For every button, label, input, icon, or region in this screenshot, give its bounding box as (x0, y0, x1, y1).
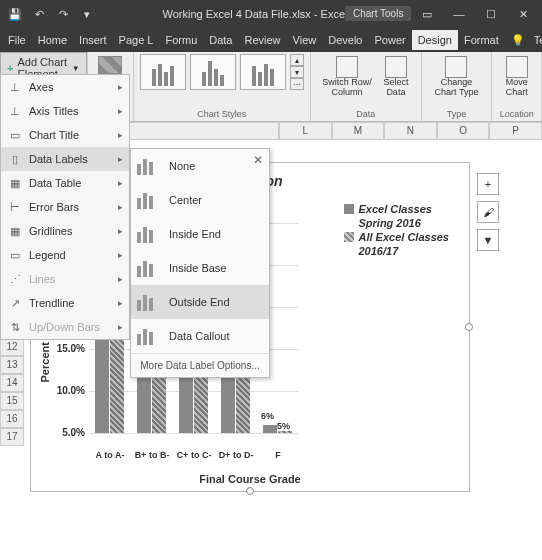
chart-elements-plus-icon[interactable]: + (477, 173, 499, 195)
legend-swatch-2 (344, 232, 354, 242)
tab-formulas[interactable]: Formu (159, 30, 203, 50)
col-header[interactable]: L (279, 122, 332, 140)
data-labels-submenu: ✕ None Center Inside End Inside Base Out… (130, 148, 270, 378)
row-header[interactable]: 14 (0, 374, 24, 392)
chevron-down-icon: ▼ (72, 64, 80, 73)
tab-power[interactable]: Power (368, 30, 411, 50)
tab-page-layout[interactable]: Page L (113, 30, 160, 50)
chart-style-thumb[interactable] (240, 54, 286, 90)
plus-icon: + (7, 62, 13, 74)
chart-style-thumb[interactable] (190, 54, 236, 90)
redo-icon[interactable]: ↷ (52, 3, 74, 25)
chart-styles-gallery[interactable]: ▴ ▾ ⋯ (140, 54, 304, 90)
y-tick-label: 5.0% (49, 427, 85, 438)
menu-axis-titles[interactable]: ⊥Axis Titles▸ (1, 99, 129, 123)
minimize-icon[interactable]: — (444, 3, 474, 25)
undo-icon[interactable]: ↶ (28, 3, 50, 25)
more-data-label-options[interactable]: More Data Label Options... (131, 353, 269, 377)
menu-axes[interactable]: ⊥Axes▸ (1, 75, 129, 99)
menu-data-table[interactable]: ▦Data Table▸ (1, 171, 129, 195)
switch-row-column-button[interactable]: Switch Row/ Column (317, 54, 377, 100)
type-group-label: Type (428, 109, 486, 119)
row-header[interactable]: 13 (0, 356, 24, 374)
axis-titles-icon: ⊥ (7, 103, 23, 119)
error-bars-icon: ⊢ (7, 199, 23, 215)
col-header[interactable]: M (332, 122, 385, 140)
row-header[interactable]: 15 (0, 392, 24, 410)
ribbon-options-icon[interactable]: ▭ (412, 3, 442, 25)
x-axis-title[interactable]: Final Course Grade (31, 473, 469, 485)
col-header[interactable]: P (489, 122, 542, 140)
move-chart-button[interactable]: Move Chart (498, 54, 535, 100)
bar[interactable] (278, 431, 292, 433)
axes-icon: ⊥ (7, 79, 23, 95)
gallery-up-icon[interactable]: ▴ (290, 54, 304, 66)
gallery-down-icon[interactable]: ▾ (290, 66, 304, 78)
location-group-label: Location (498, 109, 535, 119)
menu-gridlines[interactable]: ▦Gridlines▸ (1, 219, 129, 243)
gridlines-icon: ▦ (7, 223, 23, 239)
chart-filter-icon[interactable]: ▼ (477, 229, 499, 251)
legend-icon: ▭ (7, 247, 23, 263)
tab-home[interactable]: Home (32, 30, 73, 50)
data-label[interactable]: 5% (277, 421, 290, 431)
bar[interactable] (221, 374, 235, 433)
tab-review[interactable]: Review (239, 30, 287, 50)
data-label[interactable]: 6% (261, 411, 274, 421)
tab-insert[interactable]: Insert (73, 30, 113, 50)
y-tick-label: 10.0% (49, 385, 85, 396)
menu-chart-title[interactable]: ▭Chart Title▸ (1, 123, 129, 147)
submenu-close-icon[interactable]: ✕ (253, 153, 263, 167)
maximize-icon[interactable]: ☐ (476, 3, 506, 25)
menu-error-bars[interactable]: ⊢Error Bars▸ (1, 195, 129, 219)
data-labels-inside-base[interactable]: Inside Base (131, 251, 269, 285)
data-labels-outside-end[interactable]: Outside End (131, 285, 269, 319)
col-header[interactable]: N (384, 122, 437, 140)
resize-handle[interactable] (465, 323, 473, 331)
chart-legend[interactable]: Excel Classes Spring 2016 All Excel Clas… (344, 203, 449, 259)
x-category-label: B+ to B- (133, 451, 171, 461)
menu-lines: ⋰Lines▸ (1, 267, 129, 291)
select-data-button[interactable]: Select Data (377, 54, 414, 100)
col-header[interactable]: O (437, 122, 490, 140)
tab-design[interactable]: Design (412, 30, 458, 50)
change-chart-type-button[interactable]: Change Chart Type (428, 54, 486, 100)
tab-format[interactable]: Format (458, 30, 505, 50)
chart-styles-brush-icon[interactable]: 🖌 (477, 201, 499, 223)
data-labels-center[interactable]: Center (131, 183, 269, 217)
chart-styles-label: Chart Styles (140, 109, 304, 119)
row-header[interactable]: 17 (0, 428, 24, 446)
bar[interactable] (263, 425, 277, 433)
tab-data[interactable]: Data (203, 30, 238, 50)
data-labels-data-callout[interactable]: Data Callout (131, 319, 269, 353)
row-header[interactable]: 12 (0, 338, 24, 356)
colors-icon (98, 56, 122, 74)
chart-tools-contextual-tab: Chart Tools (345, 6, 411, 21)
updown-bars-icon: ⇅ (7, 319, 23, 335)
menu-data-labels[interactable]: ▯Data Labels▸ (1, 147, 129, 171)
save-icon[interactable]: 💾 (4, 3, 26, 25)
tell-me[interactable]: 💡 Tell me (505, 30, 542, 51)
lines-icon: ⋰ (7, 271, 23, 287)
data-group-label: Data (317, 109, 415, 119)
row-header[interactable]: 16 (0, 410, 24, 428)
gallery-more-icon[interactable]: ⋯ (290, 78, 304, 90)
chart-style-thumb[interactable] (140, 54, 186, 90)
title-bar: 💾 ↶ ↷ ▾ Working Excel 4 Data File.xlsx -… (0, 0, 542, 28)
data-labels-inside-end[interactable]: Inside End (131, 217, 269, 251)
data-labels-none[interactable]: None (131, 149, 269, 183)
tab-developer[interactable]: Develo (322, 30, 368, 50)
menu-updown-bars: ⇅Up/Down Bars▸ (1, 315, 129, 339)
menu-legend[interactable]: ▭Legend▸ (1, 243, 129, 267)
close-icon[interactable]: ✕ (508, 3, 538, 25)
chart-element-menu: ⊥Axes▸ ⊥Axis Titles▸ ▭Chart Title▸ ▯Data… (0, 74, 130, 340)
tab-view[interactable]: View (287, 30, 323, 50)
menu-trendline[interactable]: ↗Trendline▸ (1, 291, 129, 315)
tab-file[interactable]: File (2, 30, 32, 50)
quick-access-toolbar: 💾 ↶ ↷ ▾ (4, 3, 98, 25)
resize-handle[interactable] (246, 487, 254, 495)
x-category-label: C+ to C- (175, 451, 213, 461)
qat-dropdown-icon[interactable]: ▾ (76, 3, 98, 25)
legend-swatch-1 (344, 204, 354, 214)
select-data-icon (385, 56, 407, 78)
